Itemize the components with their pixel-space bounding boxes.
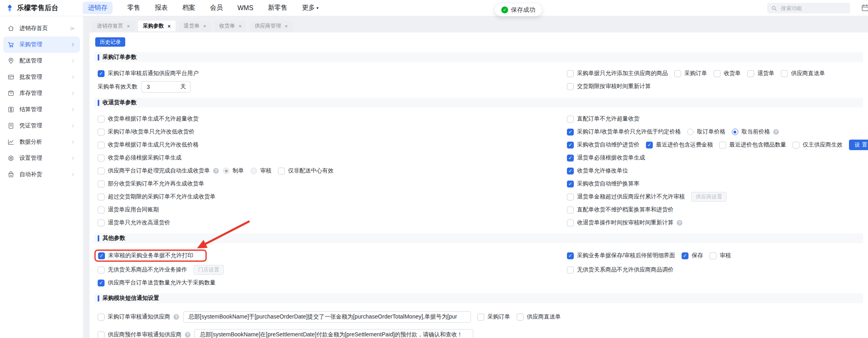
radio[interactable] — [223, 168, 229, 174]
checkbox[interactable] — [477, 314, 484, 321]
checkbox-option[interactable]: 采购订单 — [477, 313, 510, 321]
checkbox[interactable]: ✓ — [567, 129, 574, 136]
sidebar-item[interactable]: 配送管理 — [3, 53, 80, 69]
button-设置[interactable]: 设置 — [849, 140, 868, 150]
checkbox-option[interactable]: ✓保存 — [682, 252, 703, 259]
tab[interactable]: 收货单× — [214, 21, 247, 31]
nav-item[interactable]: 零售 — [127, 4, 140, 12]
text-input-box[interactable] — [195, 329, 473, 338]
tab-close-icon[interactable]: × — [168, 23, 171, 29]
checkbox-option[interactable]: 采购单据只允许添加主供应商的商品 — [567, 70, 668, 77]
checkbox-option[interactable]: 退货单金额超过供应商应付累计不允许审核 — [567, 193, 685, 200]
calendar-icon[interactable] — [861, 4, 868, 12]
nav-item[interactable]: 新零售 — [268, 4, 287, 12]
checkbox-option[interactable]: 审核 — [710, 252, 731, 259]
checkbox[interactable] — [517, 314, 524, 321]
tab-close-icon[interactable]: × — [284, 23, 288, 29]
help-icon[interactable]: ? — [213, 168, 219, 174]
checkbox-option[interactable]: ✓未审核的采购业务单据不允许打印 — [98, 252, 193, 259]
checkbox-option[interactable]: 收货单 — [714, 70, 741, 77]
checkbox-option[interactable]: 退货单只允许改高退货价 — [98, 219, 170, 226]
sidebar-item[interactable]: 设置管理 — [3, 150, 80, 166]
radio[interactable] — [732, 129, 738, 135]
checkbox[interactable]: ✓ — [567, 142, 574, 149]
checkbox-option[interactable]: 收退货单操作时间按审核时间重新计算 — [567, 219, 673, 226]
radio[interactable] — [687, 129, 694, 135]
sidebar-item[interactable]: 凭证管理 — [3, 118, 80, 134]
tab-close-icon[interactable]: × — [203, 23, 206, 29]
nav-item[interactable]: 档案 — [182, 4, 195, 12]
nav-item[interactable]: 报表 — [155, 4, 168, 12]
checkbox[interactable] — [98, 129, 105, 136]
checkbox[interactable] — [98, 116, 105, 123]
checkbox[interactable] — [781, 70, 788, 77]
checkbox[interactable]: ✓ — [682, 252, 688, 259]
sidebar-item[interactable]: 结算管理 — [3, 101, 80, 118]
checkbox-option[interactable]: ✓退货单必须根据收货单生成 — [567, 154, 645, 161]
checkbox[interactable] — [567, 70, 574, 77]
checkbox[interactable] — [98, 142, 105, 149]
checkbox-option[interactable]: 直配单收货不维护档案换算率和进货价 — [567, 206, 673, 213]
sidebar-item[interactable]: 库存管理 — [3, 85, 80, 101]
radio-option[interactable]: 取当前价格 — [732, 128, 770, 136]
checkbox[interactable] — [98, 155, 105, 161]
tab-close-icon[interactable]: × — [127, 23, 130, 29]
checkbox[interactable] — [278, 168, 285, 174]
sidebar-item[interactable]: 进销存首页 — [3, 20, 80, 37]
radio-option[interactable]: 审核 — [250, 167, 272, 174]
checkbox[interactable] — [793, 142, 800, 149]
checkbox-option[interactable]: ✓采购收货自动维护换算率 — [567, 180, 639, 187]
checkbox[interactable]: ✓ — [567, 181, 574, 187]
checkbox[interactable] — [98, 220, 105, 226]
text-input-box[interactable]: 天 — [141, 81, 190, 93]
tab[interactable]: 退货单× — [179, 21, 211, 31]
checkbox-option[interactable]: 收货单根据订单生成不允许超量收货 — [98, 115, 199, 123]
checkbox-option[interactable]: 退货单应用合同账期 — [98, 206, 159, 213]
checkbox-option[interactable]: ✓采购业务单据保存/审核后停留明细界面 — [567, 252, 675, 259]
checkbox[interactable] — [567, 220, 574, 226]
tab-close-icon[interactable]: × — [239, 23, 242, 29]
checkbox-option[interactable]: 直配订单不允许超量收货 — [567, 115, 639, 123]
checkbox-option[interactable]: 供应商平台订单处理完成自动生成收货单 — [98, 167, 210, 174]
checkbox-option[interactable]: 最近进价包含赠品数量 — [719, 141, 786, 149]
checkbox-option[interactable]: 部分收货采购订单不允许再生成收货单 — [98, 180, 204, 187]
nav-item[interactable]: WMS — [237, 4, 253, 12]
checkbox-option[interactable]: 无供货关系商品不允许供应商商品调价 — [567, 266, 673, 273]
checkbox-option[interactable]: ✓采购订单/收货单单价只允许低于约定价格 — [567, 128, 681, 136]
help-icon[interactable]: ? — [677, 220, 682, 226]
checkbox-option[interactable]: 采购订单审核通知供应商 — [98, 313, 170, 321]
checkbox[interactable] — [567, 207, 574, 213]
checkbox[interactable] — [567, 194, 574, 200]
checkbox-option[interactable]: ✓供应商平台订单送货数量允许大于采购数量 — [98, 279, 216, 286]
checkbox-option[interactable]: 交货期限按审核时间重新计算 — [567, 83, 651, 90]
checkbox[interactable] — [714, 70, 720, 77]
checkbox[interactable] — [747, 70, 754, 77]
text-input-box[interactable] — [183, 311, 471, 323]
checkbox-option[interactable]: 采购订单/收货单只允许改低收货价 — [98, 128, 195, 136]
text-input[interactable] — [188, 313, 466, 321]
sidebar-item[interactable]: 批发管理 — [3, 69, 80, 85]
nav-item[interactable]: 进销存 — [83, 2, 113, 14]
checkbox[interactable] — [719, 142, 726, 149]
tab[interactable]: 供应商管理× — [250, 21, 293, 31]
checkbox[interactable]: ✓ — [98, 252, 105, 259]
checkbox[interactable]: ✓ — [567, 252, 574, 259]
checkbox-option[interactable]: ✓采购收货自动维护进货价 — [567, 141, 639, 149]
radio[interactable] — [250, 168, 257, 174]
checkbox[interactable] — [567, 267, 574, 273]
text-input[interactable] — [199, 331, 469, 338]
text-input[interactable] — [146, 83, 178, 90]
checkbox[interactable] — [674, 70, 681, 77]
sidebar-item[interactable]: 数据分析 — [3, 134, 80, 150]
tab[interactable]: 采购参数× — [138, 21, 176, 31]
sidebar-item[interactable]: 自动补货 — [3, 166, 80, 183]
checkbox[interactable] — [98, 314, 105, 321]
search-box[interactable] — [767, 3, 850, 13]
sidebar-item[interactable]: 采购管理 — [3, 37, 80, 53]
checkbox[interactable]: ✓ — [567, 168, 574, 174]
checkbox-option[interactable]: 无供货关系商品不允许业务操作 — [98, 266, 187, 273]
nav-item[interactable]: 会员 — [210, 4, 223, 12]
checkbox-option[interactable]: ✓采购订单审核后通知供应商平台用户 — [98, 70, 199, 77]
checkbox[interactable] — [98, 181, 105, 187]
checkbox[interactable] — [98, 194, 105, 200]
